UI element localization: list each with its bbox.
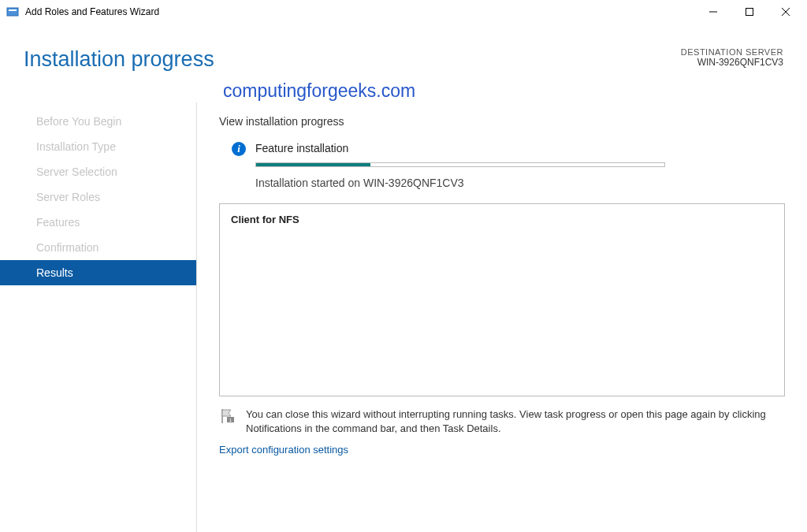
sidebar-item-server-selection: Server Selection <box>0 159 196 184</box>
svg-rect-3 <box>746 9 753 16</box>
destination-block: DESTINATION SERVER WIN-3926QNF1CV3 <box>681 47 783 68</box>
section-header: View installation progress <box>219 115 785 128</box>
window-title: Add Roles and Features Wizard <box>25 6 695 17</box>
info-icon: i <box>232 142 246 156</box>
maximize-button[interactable] <box>731 0 768 24</box>
watermark-text: computingforgeeks.com <box>223 80 415 102</box>
sidebar-item-installation-type: Installation Type <box>0 134 196 159</box>
sidebar-item-before-you-begin: Before You Begin <box>0 109 196 134</box>
note-text: You can close this wizard without interr… <box>246 407 785 436</box>
progress-status-text: Installation started on WIN-3926QNF1CV3 <box>255 177 785 189</box>
export-settings-link[interactable]: Export configuration settings <box>219 444 785 456</box>
page-title: Installation progress <box>24 47 783 72</box>
titlebar: Add Roles and Features Wizard <box>0 0 807 24</box>
progress-bar <box>255 162 665 167</box>
window-controls <box>695 0 804 24</box>
minimize-button[interactable] <box>695 0 731 24</box>
feature-install-label: Feature installation <box>255 142 785 154</box>
close-button[interactable] <box>768 0 804 24</box>
sidebar-item-results[interactable]: Results <box>0 260 196 285</box>
sidebar-item-server-roles: Server Roles <box>0 184 196 210</box>
svg-rect-1 <box>9 9 17 11</box>
sidebar: Before You Begin Installation Type Serve… <box>0 102 197 532</box>
results-box: Client for NFS <box>219 203 785 396</box>
flag-icon: 1 <box>219 407 236 425</box>
sidebar-item-confirmation: Confirmation <box>0 235 196 260</box>
destination-server: WIN-3926QNF1CV3 <box>681 57 783 68</box>
app-icon <box>6 6 19 18</box>
svg-rect-0 <box>7 8 18 16</box>
content-panel: View installation progress i Feature ins… <box>197 102 807 532</box>
status-row: i Feature installation Installation star… <box>219 142 785 200</box>
result-item: Client for NFS <box>231 214 773 225</box>
progress-fill <box>256 163 370 166</box>
destination-label: DESTINATION SERVER <box>681 47 783 57</box>
note-row: 1 You can close this wizard without inte… <box>219 407 785 436</box>
sidebar-item-features: Features <box>0 210 196 235</box>
